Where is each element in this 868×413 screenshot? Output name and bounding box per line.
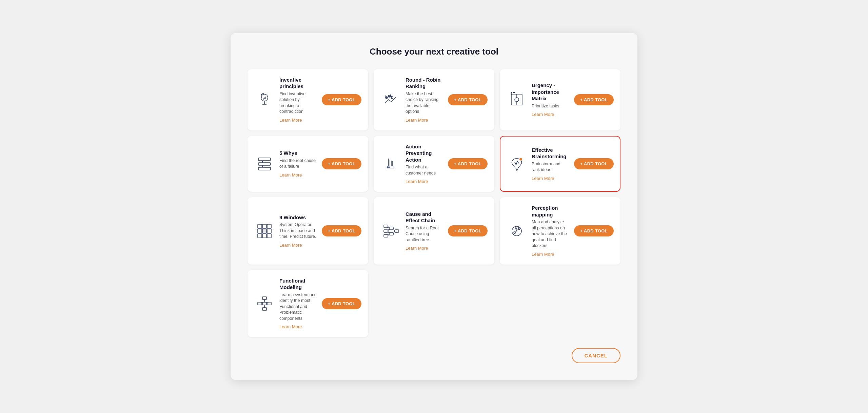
tool-name-action-preventing-action: Action Preventing Action [406, 143, 443, 163]
add-tool-button-inventive-principles[interactable]: + ADD TOOL [322, 94, 361, 105]
tool-card-urgency-importance-matrix: Urgency - Importance Matrix Prioritize t… [500, 69, 620, 130]
footer-row: CANCEL [248, 348, 620, 363]
learn-more-urgency-importance-matrix[interactable]: Learn More [532, 112, 554, 117]
svg-rect-31 [267, 234, 271, 238]
tool-card-9-windows: 9 Windows System Operator. Think in spac… [248, 197, 368, 265]
svg-rect-14 [258, 167, 271, 170]
learn-more-cause-and-effect-chain[interactable]: Learn More [406, 246, 428, 251]
svg-rect-32 [384, 225, 388, 228]
svg-line-43 [393, 231, 395, 234]
tool-desc-cause-and-effect-chain: Search for a Root Cause using ramified t… [406, 225, 443, 243]
action-icon [380, 154, 401, 174]
learn-more-inventive-principles[interactable]: Learn More [279, 118, 302, 123]
svg-rect-34 [384, 234, 388, 237]
tool-info-inventive-principles: Inventive principles Find inventive solu… [279, 77, 317, 123]
learn-more-9-windows[interactable]: Learn More [279, 243, 302, 248]
svg-rect-36 [389, 232, 393, 235]
tool-name-perception-mapping: Perception mapping [532, 205, 569, 218]
svg-rect-37 [395, 230, 399, 232]
tool-card-effective-brainstorming: Effective Brainstorming Brainstorm and r… [500, 136, 620, 192]
ranking-icon [380, 89, 401, 110]
tool-actions-perception-mapping: + ADD TOOL [574, 225, 614, 236]
cancel-button[interactable]: CANCEL [572, 348, 621, 363]
inventive-icon [254, 89, 275, 110]
learn-more-effective-brainstorming[interactable]: Learn More [532, 176, 554, 181]
svg-point-22 [520, 158, 522, 160]
perception-icon: A B C [507, 221, 527, 241]
matrix-icon [507, 89, 527, 110]
tool-card-functional-modeling: Functional Modeling Learn a system and i… [248, 270, 368, 337]
tool-name-effective-brainstorming: Effective Brainstorming [532, 147, 569, 160]
svg-rect-50 [262, 297, 267, 300]
add-tool-button-action-preventing-action[interactable]: + ADD TOOL [448, 158, 488, 169]
svg-rect-33 [384, 230, 388, 232]
svg-rect-52 [262, 302, 267, 305]
learn-more-round-robin-ranking[interactable]: Learn More [406, 118, 428, 123]
tool-actions-action-preventing-action: + ADD TOOL [448, 158, 488, 169]
learn-more-perception-mapping[interactable]: Learn More [532, 252, 554, 257]
svg-text:B: B [518, 227, 520, 230]
tool-actions-5-whys: + ADD TOOL [322, 158, 361, 169]
tool-info-effective-brainstorming: Effective Brainstorming Brainstorm and r… [532, 147, 569, 181]
svg-rect-35 [389, 227, 393, 230]
tool-desc-effective-brainstorming: Brainstorm and rank ideas [532, 161, 569, 173]
tool-desc-5-whys: Find the root cause of a failure [279, 158, 317, 170]
tool-name-urgency-importance-matrix: Urgency - Importance Matrix [532, 82, 569, 102]
tool-desc-inventive-principles: Find inventive solution by breaking a co… [279, 91, 317, 115]
tool-actions-functional-modeling: + ADD TOOL [322, 298, 361, 309]
tool-selection-modal: Choose your next creative tool Inventive… [231, 33, 637, 380]
tool-actions-9-windows: + ADD TOOL [322, 225, 361, 236]
add-tool-button-round-robin-ranking[interactable]: + ADD TOOL [448, 94, 488, 105]
svg-rect-28 [267, 229, 271, 233]
tool-actions-cause-and-effect-chain: + ADD TOOL [448, 225, 488, 236]
add-tool-button-urgency-importance-matrix[interactable]: + ADD TOOL [574, 94, 614, 105]
whys-icon [254, 154, 275, 174]
tool-actions-effective-brainstorming: + ADD TOOL [574, 158, 614, 169]
learn-more-functional-modeling[interactable]: Learn More [279, 324, 302, 329]
svg-rect-51 [258, 302, 262, 305]
add-tool-button-functional-modeling[interactable]: + ADD TOOL [322, 298, 361, 309]
svg-line-42 [393, 228, 395, 231]
svg-rect-12 [258, 158, 271, 161]
tools-grid: Inventive principles Find inventive solu… [248, 69, 620, 337]
tool-desc-action-preventing-action: Find what a customer needs [406, 164, 443, 176]
tool-info-perception-mapping: Perception mapping Map and analyze all p… [532, 205, 569, 257]
tool-name-round-robin-ranking: Round - Robin Ranking [406, 77, 443, 90]
add-tool-button-perception-mapping[interactable]: + ADD TOOL [574, 225, 614, 236]
tool-actions-round-robin-ranking: + ADD TOOL [448, 94, 488, 105]
tool-card-action-preventing-action: Action Preventing Action Find what a cus… [374, 136, 494, 192]
svg-rect-27 [262, 229, 267, 233]
tool-card-perception-mapping: A B C Perception mapping Map and analyze… [500, 197, 620, 265]
svg-point-0 [261, 94, 268, 101]
svg-rect-24 [262, 224, 267, 228]
svg-rect-29 [258, 234, 262, 238]
add-tool-button-cause-and-effect-chain[interactable]: + ADD TOOL [448, 225, 488, 236]
svg-line-40 [388, 231, 389, 234]
tool-info-action-preventing-action: Action Preventing Action Find what a cus… [406, 143, 443, 185]
tool-info-functional-modeling: Functional Modeling Learn a system and i… [279, 277, 317, 330]
tool-desc-9-windows: System Operator. Think in space and time… [279, 222, 317, 240]
tool-info-9-windows: 9 Windows System Operator. Think in spac… [279, 214, 317, 248]
tool-name-inventive-principles: Inventive principles [279, 77, 317, 90]
tool-desc-urgency-importance-matrix: Prioritize tasks [532, 103, 569, 109]
svg-rect-53 [267, 302, 271, 305]
tool-actions-inventive-principles: + ADD TOOL [322, 94, 361, 105]
tool-name-5-whys: 5 Whys [279, 150, 317, 157]
learn-more-action-preventing-action[interactable]: Learn More [406, 179, 428, 184]
add-tool-button-effective-brainstorming[interactable]: + ADD TOOL [574, 158, 614, 169]
tool-actions-urgency-importance-matrix: + ADD TOOL [574, 94, 614, 105]
add-tool-button-5-whys[interactable]: + ADD TOOL [322, 158, 361, 169]
learn-more-5-whys[interactable]: Learn More [279, 172, 302, 178]
svg-line-39 [388, 228, 389, 231]
add-tool-button-9-windows[interactable]: + ADD TOOL [322, 225, 361, 236]
tool-card-round-robin-ranking: Round - Robin Ranking Make the best choi… [374, 69, 494, 130]
svg-rect-25 [267, 224, 271, 228]
modal-title: Choose your next creative tool [248, 46, 620, 57]
svg-point-8 [515, 98, 519, 102]
tool-card-5-whys: 5 Whys Find the root cause of a failure … [248, 136, 368, 192]
cause-icon [380, 221, 401, 241]
svg-rect-23 [258, 224, 262, 228]
svg-rect-13 [258, 163, 271, 165]
functional-icon [254, 293, 275, 314]
tool-info-5-whys: 5 Whys Find the root cause of a failure … [279, 150, 317, 178]
